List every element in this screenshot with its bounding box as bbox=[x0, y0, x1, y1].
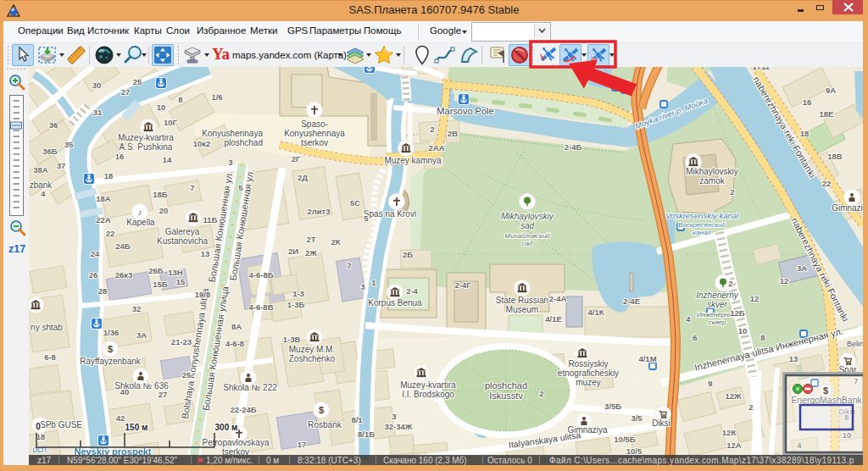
svg-text:18Е: 18Е bbox=[820, 109, 834, 119]
svg-text:1-3Б: 1-3Б bbox=[287, 300, 305, 309]
svg-text:3: 3 bbox=[360, 282, 364, 291]
svg-text:Muzey-kvartira: Muzey-kvartira bbox=[118, 133, 174, 142]
svg-text:Mikhaylovskiy: Mikhaylovskiy bbox=[686, 167, 738, 176]
svg-text:2: 2 bbox=[730, 187, 734, 197]
svg-text:22: 22 bbox=[822, 179, 832, 188]
svg-text:5С: 5С bbox=[350, 198, 360, 208]
svg-text:18: 18 bbox=[104, 171, 114, 180]
svg-text:Rosbank: Rosbank bbox=[308, 420, 342, 429]
svg-text:2-4Е: 2-4Е bbox=[623, 296, 640, 306]
svg-text:SPb GUSE: SPb GUSE bbox=[40, 420, 82, 429]
svg-text:10Г: 10Г bbox=[164, 118, 178, 127]
svg-text:4/1Е: 4/1Е bbox=[545, 314, 562, 324]
svg-text:31: 31 bbox=[93, 108, 103, 117]
svg-text:2-4Г: 2-4Г bbox=[454, 280, 471, 290]
svg-text:10: 10 bbox=[738, 326, 748, 335]
svg-text:27: 27 bbox=[121, 87, 131, 97]
svg-text:36Б: 36Б bbox=[42, 147, 58, 156]
svg-text:18: 18 bbox=[36, 432, 46, 441]
svg-text:36: 36 bbox=[49, 120, 58, 130]
svg-text:4/1М: 4/1М bbox=[638, 354, 656, 363]
svg-text:8: 8 bbox=[760, 333, 765, 342]
svg-text:25: 25 bbox=[182, 370, 192, 380]
svg-text:Михайловский: Михайловский bbox=[504, 232, 550, 240]
svg-text:12А: 12А bbox=[726, 441, 742, 450]
svg-text:2Г: 2Г bbox=[292, 154, 301, 163]
svg-text:I.I. Brodskogo: I.I. Brodskogo bbox=[402, 390, 454, 399]
svg-text:Rossiyskiy: Rossiyskiy bbox=[568, 359, 608, 368]
svg-text:0: 0 bbox=[36, 422, 41, 431]
svg-text:12Б: 12Б bbox=[730, 308, 745, 318]
svg-text:канал: канал bbox=[693, 229, 711, 236]
svg-text:13: 13 bbox=[201, 249, 210, 258]
svg-text:2: 2 bbox=[539, 389, 543, 398]
svg-text:16: 16 bbox=[115, 152, 125, 161]
svg-text:4-6-8: 4-6-8 bbox=[225, 339, 244, 348]
svg-text:42: 42 bbox=[116, 413, 125, 423]
svg-text:2АА: 2АА bbox=[428, 143, 444, 152]
svg-text:Petropavlovskaya: Petropavlovskaya bbox=[203, 438, 270, 447]
svg-text:4/1К: 4/1К bbox=[587, 308, 604, 317]
svg-text:6: 6 bbox=[693, 333, 697, 342]
svg-text:3: 3 bbox=[228, 158, 232, 167]
svg-text:13: 13 bbox=[789, 354, 798, 363]
svg-text:♪: ♪ bbox=[138, 208, 142, 217]
svg-text:Kustanovicha: Kustanovicha bbox=[157, 236, 208, 246]
svg-text:12: 12 bbox=[780, 276, 789, 285]
svg-text:8: 8 bbox=[178, 95, 182, 104]
svg-text:2: 2 bbox=[748, 402, 753, 412]
svg-text:$: $ bbox=[108, 344, 113, 354]
svg-text:150 м: 150 м bbox=[125, 423, 148, 432]
svg-text:20: 20 bbox=[159, 206, 169, 215]
svg-text:4-6-8Б: 4-6-8Б bbox=[248, 270, 273, 280]
svg-text:15: 15 bbox=[176, 277, 186, 286]
svg-text:сквер: сквер bbox=[709, 319, 726, 326]
svg-text:22: 22 bbox=[106, 229, 115, 238]
svg-text:26: 26 bbox=[89, 270, 98, 280]
svg-text:25: 25 bbox=[133, 77, 142, 86]
svg-text:tserkov: tserkov bbox=[301, 138, 328, 147]
svg-text:Diksi: Diksi bbox=[652, 418, 670, 428]
svg-text:35: 35 bbox=[64, 140, 74, 149]
svg-text:8/1Б: 8/1Б bbox=[358, 429, 375, 439]
svg-text:6-8: 6-8 bbox=[44, 352, 56, 362]
svg-text:14: 14 bbox=[163, 155, 172, 164]
svg-text:3А: 3А bbox=[136, 330, 147, 340]
svg-text:18В: 18В bbox=[827, 152, 843, 161]
svg-text:$: $ bbox=[319, 405, 324, 415]
svg-text:сад: сад bbox=[522, 240, 533, 247]
svg-text:37: 37 bbox=[57, 161, 66, 170]
svg-text:10к2: 10к2 bbox=[193, 139, 211, 148]
svg-text:2Т: 2Т bbox=[306, 235, 315, 244]
svg-text:17: 17 bbox=[298, 440, 307, 449]
svg-text:7: 7 bbox=[190, 183, 194, 192]
svg-text:11Б: 11Б bbox=[203, 215, 218, 224]
svg-text:Belin: Belin bbox=[847, 340, 863, 348]
svg-text:12: 12 bbox=[750, 294, 760, 303]
svg-text:27: 27 bbox=[159, 390, 168, 399]
svg-text:28: 28 bbox=[98, 286, 108, 296]
svg-text:12К: 12К bbox=[722, 428, 737, 437]
svg-text:3А: 3А bbox=[797, 263, 807, 273]
svg-text:38А: 38А bbox=[33, 165, 48, 175]
svg-text:A.S. Pushkina: A.S. Pushkina bbox=[120, 142, 173, 152]
svg-text:3/5: 3/5 bbox=[631, 413, 643, 423]
svg-text:Konyushennaya: Konyushennaya bbox=[202, 129, 263, 138]
svg-text:18А: 18А bbox=[96, 194, 111, 203]
svg-text:2В: 2В bbox=[448, 129, 458, 138]
svg-text:32: 32 bbox=[132, 304, 142, 313]
svg-text:2Б: 2Б bbox=[403, 250, 413, 259]
svg-text:15Б: 15Б bbox=[153, 280, 168, 289]
svg-text:2К: 2К bbox=[331, 237, 340, 247]
svg-text:Muzey M.M.: Muzey M.M. bbox=[289, 345, 335, 354]
svg-text:Iskusstv: Iskusstv bbox=[489, 391, 523, 401]
svg-text:2Ж: 2Ж bbox=[305, 248, 317, 258]
svg-text:40: 40 bbox=[120, 387, 130, 396]
svg-text:Galereya: Galereya bbox=[165, 227, 200, 236]
svg-text:10: 10 bbox=[157, 103, 166, 112]
svg-text:Rayffayzenbank: Rayffayzenbank bbox=[80, 357, 142, 366]
svg-text:1/6: 1/6 bbox=[211, 92, 222, 102]
svg-text:4-6-8В: 4-6-8В bbox=[248, 302, 273, 312]
svg-text:sad: sad bbox=[520, 221, 535, 230]
svg-text:Zoshchenko: Zoshchenko bbox=[289, 354, 336, 363]
